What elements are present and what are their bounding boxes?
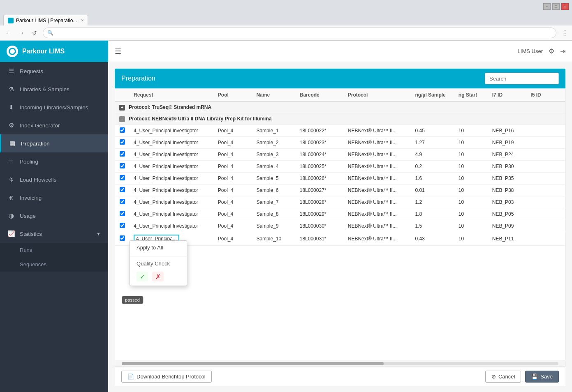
download-benchtop-button[interactable]: 📄 Download Benchtop Protocol — [121, 371, 212, 383]
address-search-icon: 🔍 — [47, 30, 53, 36]
row-request: 4_User_Principal Investigator — [130, 220, 214, 232]
row-pool: Pool_4 — [214, 137, 252, 149]
qc-pass-button[interactable]: ✓ — [137, 272, 148, 281]
sidebar-item-sequences[interactable]: Sequences — [0, 257, 108, 272]
sidebar-item-pooling[interactable]: ≡ Pooling — [0, 152, 108, 171]
settings-icon[interactable]: ⚙ — [549, 47, 554, 55]
row-ng-start: 10 — [454, 173, 488, 184]
search-input[interactable] — [485, 73, 559, 84]
row-i5 — [526, 208, 565, 220]
topbar-right: LIMS User ⚙ ⇥ — [518, 47, 565, 55]
row-request: 4_User_Principal Investigator — [130, 125, 214, 137]
row-checkbox[interactable] — [115, 125, 130, 137]
row-ng-ul: 0.43 — [411, 232, 454, 246]
apply-to-all-menu-item[interactable]: Apply to All — [130, 241, 187, 254]
tab-bar: Parkour LIMS | Preparatio... × — [0, 13, 572, 25]
browser-menu-button[interactable]: ⋮ — [561, 28, 569, 37]
usage-icon: ◑ — [7, 212, 15, 219]
main-content: ☰ LIMS User ⚙ ⇥ Preparation — [108, 41, 572, 392]
minimize-button[interactable]: − — [543, 3, 551, 10]
row-checkbox[interactable] — [115, 173, 130, 184]
row-checkbox[interactable] — [115, 232, 130, 246]
row-checkbox[interactable] — [115, 149, 130, 161]
row-checkbox[interactable] — [115, 161, 130, 173]
content-area: Preparation Request Pool Name Barcode — [108, 62, 572, 392]
sidebar-item-label: Index Generator — [20, 122, 60, 129]
table-wrapper[interactable]: Request Pool Name Barcode Protocol ng/µl… — [115, 89, 565, 360]
hamburger-menu-button[interactable]: ☰ — [115, 47, 121, 56]
reload-button[interactable]: ↺ — [30, 28, 39, 38]
row-name: Sample_7 — [252, 196, 295, 208]
row-request: 4_User_Principal Investigator — [130, 208, 214, 220]
sidebar-item-requests[interactable]: ☰ Requests — [0, 62, 108, 80]
browser-window-controls: − □ × — [543, 3, 569, 10]
row-request: 4_User_Principal Investigator — [130, 184, 214, 196]
row-name: Sample_3 — [252, 149, 295, 161]
logout-icon[interactable]: ⇥ — [560, 47, 565, 55]
active-tab[interactable]: Parkour LIMS | Preparatio... × — [3, 15, 88, 25]
row-barcode: 18L000031* — [296, 232, 344, 246]
row-ng-ul: 0.01 — [411, 184, 454, 196]
app-name: Parkour LIMS — [22, 48, 65, 55]
row-barcode: 18L000023* — [296, 137, 344, 149]
col-header-checkbox — [115, 89, 130, 101]
row-i5 — [526, 137, 565, 149]
save-icon: 💾 — [531, 374, 538, 380]
sidebar-item-index-generator[interactable]: ⚙ Index Generator — [0, 116, 108, 134]
topbar: ☰ LIMS User ⚙ ⇥ — [108, 41, 572, 62]
row-ng-start: 10 — [454, 208, 488, 220]
forward-button[interactable]: → — [16, 28, 26, 38]
table-row: 4_User_Principal Investigator Pool_4 Sam… — [115, 125, 565, 137]
group1-toggle[interactable]: + — [119, 105, 125, 111]
col-header-ng-start: ng Start — [454, 89, 488, 101]
group2-toggle[interactable]: − — [119, 116, 125, 122]
row-i7: NEB_P03 — [488, 196, 527, 208]
row-name: Sample_4 — [252, 161, 295, 173]
close-button[interactable]: × — [561, 3, 569, 10]
row-checkbox[interactable] — [115, 184, 130, 196]
row-name: Sample_5 — [252, 173, 295, 184]
row-protocol: NEBNext® Ultra™ II... — [344, 161, 411, 173]
scrollbar-thumb[interactable] — [122, 362, 384, 365]
horizontal-scrollbar[interactable] — [115, 360, 565, 367]
sidebar-item-libraries[interactable]: ⚗ Libraries & Samples — [0, 80, 108, 98]
table-row: 4_User_Principal Investigator Pool_4 Sam… — [115, 149, 565, 161]
row-i7: NEB_P19 — [488, 137, 527, 149]
sidebar-item-runs[interactable]: Runs — [0, 243, 108, 257]
sidebar-item-usage[interactable]: ◑ Usage — [0, 207, 108, 225]
address-bar[interactable]: 🔍 — [43, 28, 556, 38]
row-protocol: NEBNext® Ultra™ II... — [344, 220, 411, 232]
sidebar-item-label: Pooling — [20, 159, 38, 165]
col-header-request: Request — [130, 89, 214, 101]
row-checkbox[interactable] — [115, 137, 130, 149]
col-header-i5: I5 ID — [526, 89, 565, 101]
tab-title: Parkour LIMS | Preparatio... — [16, 18, 77, 23]
row-checkbox[interactable] — [115, 220, 130, 232]
row-pool: Pool_4 — [214, 173, 252, 184]
row-i7: NEB_P05 — [488, 208, 527, 220]
row-checkbox[interactable] — [115, 208, 130, 220]
save-label: Save — [540, 374, 553, 380]
row-i5 — [526, 232, 565, 246]
tab-close-button[interactable]: × — [81, 18, 84, 23]
row-ng-ul: 0.45 — [411, 125, 454, 137]
sidebar-item-invoicing[interactable]: € Invoicing — [0, 189, 108, 207]
sidebar-item-incoming[interactable]: ⬇ Incoming Libraries/Samples — [0, 98, 108, 116]
address-input[interactable] — [56, 30, 552, 36]
save-button[interactable]: 💾 Save — [525, 371, 559, 383]
sidebar-item-statistics[interactable]: 📈 Statistics ▼ — [0, 225, 108, 243]
app-logo — [7, 46, 18, 57]
qc-fail-button[interactable]: ✗ — [152, 272, 164, 281]
row-i7: NEB_P30 — [488, 161, 527, 173]
row-name: Sample_2 — [252, 137, 295, 149]
sidebar-item-load-flowcells[interactable]: ↯ Load Flowcells — [0, 171, 108, 189]
sidebar-item-preparation[interactable]: ▦ Preparation — [0, 134, 108, 152]
maximize-button[interactable]: □ — [552, 3, 560, 10]
row-name: Sample_10 — [252, 232, 295, 246]
row-checkbox[interactable] — [115, 196, 130, 208]
table-row: 4_User_Principal Investigator Pool_4 Sam… — [115, 161, 565, 173]
back-button[interactable]: ← — [3, 28, 13, 38]
cancel-button[interactable]: ⊘ Cancel — [485, 371, 521, 383]
browser-toolbar: ← → ↺ 🔍 ⋮ — [0, 25, 572, 40]
group1-label: Protocol: TruSeq® Stranded mRNA — [129, 104, 211, 110]
